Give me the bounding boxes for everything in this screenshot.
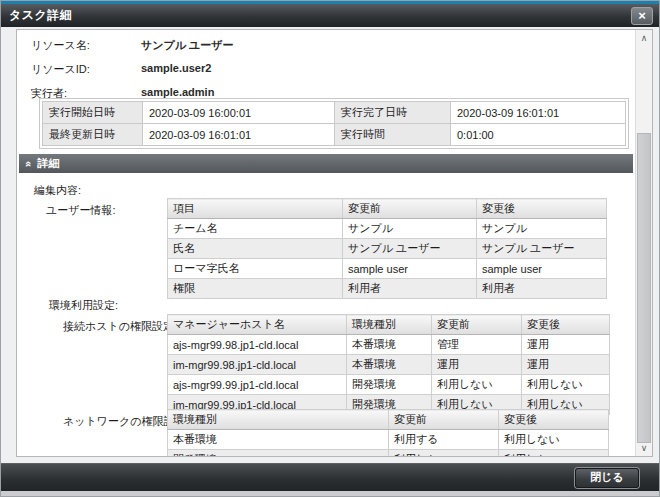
table-row: 最終更新日時 2020-03-09 16:01:01 実行時間 0:01:00 (43, 124, 626, 146)
task-detail-dialog: タスク詳細 × リソース名: サンプル ユーザー リソースID: sample.… (0, 0, 660, 497)
time-label: 実行完了日時 (335, 102, 451, 124)
time-value: 2020-03-09 16:01:01 (451, 102, 626, 124)
detail-section-header[interactable]: « 詳細 (19, 154, 633, 173)
field-label: リソースID: (31, 62, 90, 77)
cell: 開発環境 (347, 375, 432, 395)
field-value: sample.admin (141, 86, 214, 98)
time-value: 2020-03-09 16:01:01 (143, 124, 335, 146)
column-header: 変更後 (477, 199, 607, 219)
scroll-down-icon[interactable]: ∨ (636, 440, 652, 456)
table-row: 氏名 サンプル ユーザー サンプル ユーザー (168, 239, 607, 259)
table-row: ajs-mgr99.99.jp1-cld.local 開発環境 利用しない 利用… (168, 375, 610, 395)
cell: 利用する (389, 430, 499, 450)
cell: サンプル ユーザー (477, 239, 607, 259)
cell: 本番環境 (168, 430, 389, 450)
network-permission-table: 環境種別 変更前 変更後 本番環境 利用する 利用しない 開発環境 利用しない … (167, 409, 609, 456)
scroll-panel: リソース名: サンプル ユーザー リソースID: sample.user2 実行… (16, 29, 653, 457)
time-value: 2020-03-09 16:00:01 (143, 102, 335, 124)
cell: 運用 (432, 355, 522, 375)
column-header: マネージャーホスト名 (168, 315, 347, 335)
cell: 本番環境 (347, 335, 432, 355)
column-header: 変更後 (522, 315, 610, 335)
dialog-bottom-edge (1, 491, 660, 497)
vertical-scrollbar[interactable]: ∧ ∨ (635, 30, 652, 456)
column-header: 変更前 (389, 410, 499, 430)
field-label: リソース名: (31, 38, 90, 53)
table-header-row: 環境種別 変更前 変更後 (168, 410, 609, 430)
time-table-frame: 実行開始日時 2020-03-09 16:00:01 実行完了日時 2020-0… (39, 98, 629, 149)
close-button[interactable]: 閉じる (575, 468, 639, 488)
column-header: 変更後 (499, 410, 609, 430)
cell: 氏名 (168, 239, 343, 259)
user-info-table: 項目 変更前 変更後 チーム名 サンプル サンプル 氏名 サンプル ユーザー サ… (167, 198, 607, 299)
time-label: 最終更新日時 (43, 124, 143, 146)
env-settings-label: 環境利用設定: (49, 298, 118, 313)
cell: ローマ字氏名 (168, 259, 343, 279)
table-row: チーム名 サンプル サンプル (168, 219, 607, 239)
table-header-row: 項目 変更前 変更後 (168, 199, 607, 219)
cell: ajs-mgr99.98.jp1-cld.local (168, 335, 347, 355)
host-permission-label: 接続ホストの権限設定: (63, 319, 177, 334)
cell: 利用しない (432, 375, 522, 395)
cell: 権限 (168, 279, 343, 299)
table-row: ajs-mgr99.98.jp1-cld.local 本番環境 管理 運用 (168, 335, 610, 355)
edit-contents-label: 編集内容: (34, 183, 81, 198)
time-label: 実行時間 (335, 124, 451, 146)
cell: 利用者 (343, 279, 477, 299)
cell: 利用しない (499, 450, 609, 457)
cell: サンプル ユーザー (343, 239, 477, 259)
field-value: sample.user2 (141, 62, 211, 74)
table-row: im-mgr99.98.jp1-cld.local 本番環境 運用 運用 (168, 355, 610, 375)
cell: ajs-mgr99.99.jp1-cld.local (168, 375, 347, 395)
cell: sample user (343, 259, 477, 279)
scrollbar-thumb[interactable] (637, 133, 651, 443)
table-row: ローマ字氏名 sample user sample user (168, 259, 607, 279)
cell: 利用しない (389, 450, 499, 457)
cell: 開発環境 (168, 450, 389, 457)
table-row: 実行開始日時 2020-03-09 16:00:01 実行完了日時 2020-0… (43, 102, 626, 124)
user-info-label: ユーザー情報: (46, 203, 116, 218)
dialog-footer: 閉じる (1, 463, 660, 491)
dialog-titlebar: タスク詳細 × (1, 4, 660, 27)
dialog-title: タスク詳細 (9, 7, 72, 24)
table-row: 権限 利用者 利用者 (168, 279, 607, 299)
cell: im-mgr99.98.jp1-cld.local (168, 355, 347, 375)
cell: 本番環境 (347, 355, 432, 375)
table-row: 開発環境 利用しない 利用しない (168, 450, 609, 457)
time-value: 0:01:00 (451, 124, 626, 146)
scroll-up-icon[interactable]: ∧ (636, 30, 652, 46)
column-header: 環境種別 (168, 410, 389, 430)
cell: チーム名 (168, 219, 343, 239)
table-header-row: マネージャーホスト名 環境種別 変更前 変更後 (168, 315, 610, 335)
time-table: 実行開始日時 2020-03-09 16:00:01 実行完了日時 2020-0… (42, 101, 626, 146)
cell: 利用しない (499, 430, 609, 450)
column-header: 変更前 (432, 315, 522, 335)
cell: 運用 (522, 335, 610, 355)
column-header: 環境種別 (347, 315, 432, 335)
scroll-content: リソース名: サンプル ユーザー リソースID: sample.user2 実行… (17, 30, 635, 456)
time-label: 実行開始日時 (43, 102, 143, 124)
column-header: 項目 (168, 199, 343, 219)
close-icon[interactable]: × (631, 7, 653, 25)
host-permission-table: マネージャーホスト名 環境種別 変更前 変更後 ajs-mgr99.98.jp1… (167, 314, 610, 415)
cell: 利用者 (477, 279, 607, 299)
section-title: 詳細 (37, 156, 59, 171)
cell: サンプル (477, 219, 607, 239)
column-header: 変更前 (343, 199, 477, 219)
collapse-icon: « (23, 160, 35, 166)
cell: 運用 (522, 355, 610, 375)
cell: 利用しない (522, 375, 610, 395)
field-value: サンプル ユーザー (141, 38, 234, 53)
table-row: 本番環境 利用する 利用しない (168, 430, 609, 450)
cell: サンプル (343, 219, 477, 239)
cell: sample user (477, 259, 607, 279)
cell: 管理 (432, 335, 522, 355)
dialog-body: リソース名: サンプル ユーザー リソースID: sample.user2 実行… (1, 27, 660, 463)
